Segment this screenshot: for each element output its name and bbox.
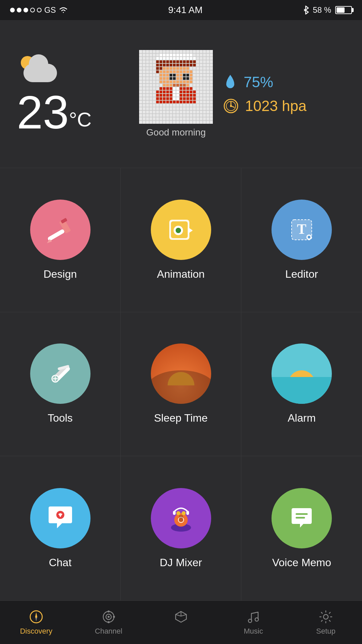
svg-marker-72 (188, 227, 193, 234)
weather-section: 23°C (0, 20, 362, 168)
dot-3 (23, 8, 28, 12)
tab-setup[interactable]: Setup (290, 609, 362, 636)
temperature-display: 23°C (17, 89, 139, 136)
tab-cube[interactable]: ​ (145, 609, 217, 636)
dot-4 (30, 8, 35, 12)
weather-icon (17, 52, 60, 82)
battery-percent: 58 % (313, 5, 331, 15)
app-label-design: Design (44, 268, 77, 280)
svg-rect-91 (173, 511, 176, 515)
temperature-value: 23 (17, 86, 69, 139)
weather-right: 75% 1023 hpa (213, 73, 345, 114)
svg-point-112 (248, 619, 252, 623)
svg-line-110 (181, 614, 186, 616)
animation-icon (164, 213, 198, 247)
app-grid: Design Animation T Leditor (0, 168, 362, 600)
app-label-chat: Chat (49, 556, 72, 569)
app-label-alarm: Alarm (288, 412, 316, 424)
app-label-leditor: Leditor (285, 268, 318, 280)
cube-icon (174, 609, 188, 624)
greeting-text: Good morning (146, 127, 205, 138)
app-label-sleeptime: Sleep Time (154, 412, 207, 424)
app-cell-djmixer[interactable]: DJ Mixer (121, 456, 241, 600)
humidity-value: 75% (244, 74, 273, 91)
app-icon-sleeptime (151, 343, 211, 404)
app-icon-djmixer (151, 488, 211, 548)
tab-channel[interactable]: Channel (72, 609, 145, 636)
tools-icon (44, 357, 77, 390)
tab-setup-label: Setup (316, 627, 336, 636)
wifi-icon (59, 6, 68, 14)
pixel-avatar (139, 50, 213, 124)
app-cell-voicememo[interactable]: Voice Memo (241, 456, 362, 600)
status-time: 9:41 AM (168, 5, 203, 15)
svg-point-104 (108, 610, 110, 612)
status-right: 58 % (303, 5, 352, 15)
dot-2 (17, 8, 21, 12)
app-cell-animation[interactable]: Animation (121, 168, 241, 312)
djmixer-icon (164, 501, 198, 535)
app-cell-alarm[interactable]: Alarm (241, 312, 362, 457)
tab-channel-label: Channel (95, 627, 122, 636)
app-icon-leditor: T (272, 200, 332, 260)
app-icon-animation (151, 200, 211, 260)
app-icon-chat (30, 488, 90, 548)
svg-point-114 (323, 614, 328, 619)
tab-bar: Discovery Channel ​ Mus (0, 600, 362, 644)
status-bar: GS 9:41 AM 58 % (0, 0, 362, 20)
battery-fill (337, 7, 345, 13)
svg-rect-90 (179, 515, 183, 522)
bluetooth-icon (303, 5, 309, 15)
svg-line-111 (251, 612, 258, 613)
app-icon-voicememo (272, 488, 332, 548)
svg-rect-92 (186, 511, 189, 515)
svg-point-113 (255, 618, 258, 621)
app-icon-design (30, 200, 90, 260)
design-icon (44, 213, 77, 247)
dot-1 (10, 8, 15, 12)
svg-point-71 (176, 228, 181, 233)
app-icon-tools (30, 343, 90, 404)
temperature-unit: °C (69, 108, 92, 131)
app-label-tools: Tools (48, 412, 73, 424)
music-icon (246, 609, 261, 624)
voicememo-icon (285, 501, 318, 535)
svg-point-105 (113, 616, 115, 618)
app-cell-tools[interactable]: Tools (0, 312, 121, 457)
svg-point-63 (230, 105, 232, 107)
app-label-djmixer: DJ Mixer (160, 556, 202, 569)
svg-point-103 (108, 616, 110, 618)
svg-rect-94 (296, 517, 305, 519)
pressure-value: 1023 hpa (245, 98, 307, 114)
app-cell-sleeptime[interactable]: Sleep Time (121, 312, 241, 457)
battery-bar (335, 6, 352, 14)
app-cell-leditor[interactable]: T Leditor (241, 168, 362, 312)
app-cell-chat[interactable]: Chat (0, 456, 121, 600)
app-icon-alarm (272, 343, 332, 404)
svg-point-100 (35, 616, 37, 618)
app-label-animation: Animation (157, 268, 204, 280)
app-cell-design[interactable]: Design (0, 168, 121, 312)
humidity-stat: 75% (223, 73, 273, 91)
cloud-icon (23, 64, 57, 82)
tab-discovery[interactable]: Discovery (0, 609, 72, 636)
svg-line-109 (176, 614, 181, 616)
pressure-stat: 1023 hpa (223, 98, 307, 114)
tab-music-label: Music (244, 627, 263, 636)
tab-music[interactable]: Music (217, 609, 290, 636)
svg-point-88 (176, 511, 180, 515)
svg-point-76 (308, 236, 310, 238)
setup-icon (318, 609, 333, 624)
svg-point-106 (108, 621, 110, 623)
pressure-icon (223, 98, 239, 114)
svg-rect-93 (296, 513, 308, 515)
weather-left: 23°C (17, 52, 139, 136)
discovery-icon (29, 609, 44, 624)
signal-dots (10, 8, 42, 12)
chat-icon (44, 501, 77, 535)
humidity-icon (223, 73, 238, 91)
carrier-label: GS (44, 5, 56, 15)
channel-icon (101, 609, 116, 624)
app-label-voicememo: Voice Memo (272, 556, 331, 569)
tab-discovery-label: Discovery (20, 627, 53, 636)
